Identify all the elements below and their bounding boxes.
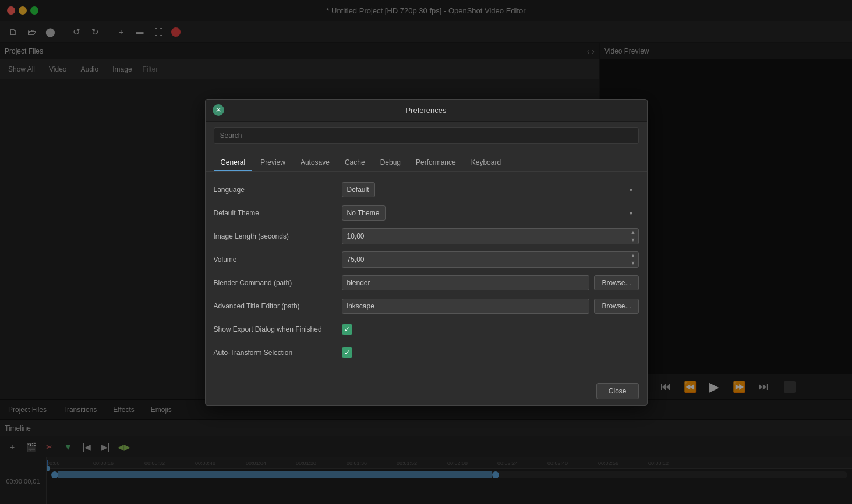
pref-row-language: Language Default bbox=[214, 181, 639, 198]
language-control: Default bbox=[342, 182, 639, 197]
pref-row-export-dialog: Show Export Dialog when Finished ✓ bbox=[214, 321, 639, 338]
volume-control: ▲ ▼ bbox=[342, 251, 639, 268]
image-length-spinbox[interactable]: ▲ ▼ bbox=[342, 228, 639, 244]
dialog-search-area bbox=[206, 122, 647, 150]
tab-keyboard[interactable]: Keyboard bbox=[464, 155, 508, 171]
pref-row-inkscape: Advanced Title Editor (path) Browse... bbox=[214, 297, 639, 315]
export-dialog-label: Show Export Dialog when Finished bbox=[214, 325, 342, 333]
image-length-control: ▲ ▼ bbox=[342, 228, 639, 244]
dialog-overlay: ✕ Preferences General Preview Autosave C… bbox=[0, 0, 852, 504]
image-length-down[interactable]: ▼ bbox=[628, 236, 638, 244]
theme-control: No Theme bbox=[342, 205, 639, 221]
inkscape-control: Browse... bbox=[342, 299, 639, 314]
pref-row-volume: Volume ▲ ▼ bbox=[214, 251, 639, 268]
theme-label: Default Theme bbox=[214, 209, 342, 217]
dialog-title: Preferences bbox=[405, 106, 446, 115]
language-label: Language bbox=[214, 186, 342, 194]
volume-spinbox[interactable]: ▲ ▼ bbox=[342, 251, 639, 268]
tab-autosave[interactable]: Autosave bbox=[294, 155, 337, 171]
dialog-close-x: ✕ bbox=[215, 106, 221, 114]
dialog-footer: Close bbox=[206, 377, 647, 405]
image-length-up[interactable]: ▲ bbox=[628, 229, 638, 236]
volume-down[interactable]: ▼ bbox=[628, 260, 638, 267]
volume-up[interactable]: ▲ bbox=[628, 252, 638, 260]
pref-row-auto-transform: Auto-Transform Selection ✓ bbox=[214, 344, 639, 361]
language-select-wrapper[interactable]: Default bbox=[342, 182, 639, 197]
auto-transform-label: Auto-Transform Selection bbox=[214, 349, 342, 357]
volume-label: Volume bbox=[214, 255, 342, 264]
preferences-tabs: General Preview Autosave Cache Debug Per… bbox=[206, 150, 647, 172]
pref-row-blender: Blender Command (path) Browse... bbox=[214, 274, 639, 292]
blender-input[interactable] bbox=[342, 275, 590, 290]
export-dialog-checkbox[interactable]: ✓ bbox=[342, 324, 352, 335]
tab-performance[interactable]: Performance bbox=[409, 155, 463, 171]
blender-label: Blender Command (path) bbox=[214, 279, 342, 287]
image-length-input[interactable] bbox=[342, 229, 628, 243]
dialog-close-button[interactable]: Close bbox=[596, 383, 639, 399]
blender-control: Browse... bbox=[342, 275, 639, 290]
image-length-label: Image Length (seconds) bbox=[214, 232, 342, 240]
auto-transform-control: ✓ bbox=[342, 347, 639, 358]
blender-browse-button[interactable]: Browse... bbox=[594, 275, 638, 290]
volume-input[interactable] bbox=[342, 253, 628, 267]
dialog-close-icon-button[interactable]: ✕ bbox=[213, 104, 224, 116]
language-select[interactable]: Default bbox=[342, 182, 375, 197]
auto-transform-checkbox[interactable]: ✓ bbox=[342, 347, 352, 358]
inkscape-label: Advanced Title Editor (path) bbox=[214, 302, 342, 310]
theme-select[interactable]: No Theme bbox=[342, 205, 386, 221]
theme-select-wrapper[interactable]: No Theme bbox=[342, 205, 639, 221]
inkscape-browse-button[interactable]: Browse... bbox=[594, 299, 638, 314]
dialog-titlebar: ✕ Preferences bbox=[206, 100, 647, 122]
pref-row-image-length: Image Length (seconds) ▲ ▼ bbox=[214, 228, 639, 245]
pref-row-theme: Default Theme No Theme bbox=[214, 204, 639, 222]
preferences-dialog: ✕ Preferences General Preview Autosave C… bbox=[205, 99, 648, 406]
tab-general[interactable]: General bbox=[214, 155, 253, 171]
tab-cache[interactable]: Cache bbox=[338, 155, 372, 171]
image-length-spinbox-buttons[interactable]: ▲ ▼ bbox=[628, 229, 638, 244]
tab-debug[interactable]: Debug bbox=[373, 155, 408, 171]
inkscape-input[interactable] bbox=[342, 299, 590, 314]
preferences-content: Language Default Default Theme No Theme bbox=[206, 172, 647, 377]
preferences-search-input[interactable] bbox=[214, 127, 639, 144]
tab-preview[interactable]: Preview bbox=[253, 155, 292, 171]
volume-spinbox-buttons[interactable]: ▲ ▼ bbox=[628, 252, 638, 267]
export-dialog-control: ✓ bbox=[342, 324, 639, 335]
